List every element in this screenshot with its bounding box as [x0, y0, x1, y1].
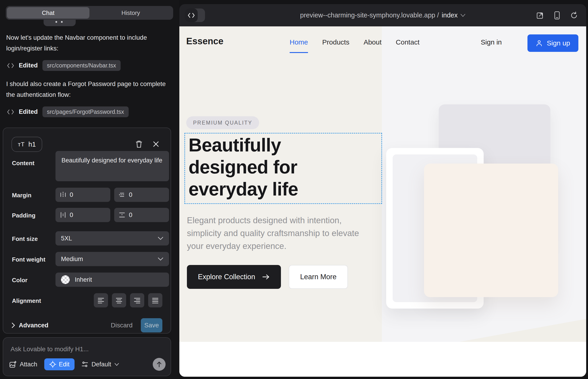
- tab-history[interactable]: History: [90, 7, 172, 19]
- font-weight-label: Font weight: [12, 256, 46, 263]
- element-tag-pill[interactable]: тT h1: [12, 137, 42, 152]
- scrolled-out-chip: [44, 20, 76, 26]
- url-text: preview--charming-site-symphony.lovable.…: [300, 12, 439, 19]
- chat-message: I should also create a Forgot Password p…: [6, 79, 169, 100]
- chevron-down-icon: [157, 237, 164, 240]
- hero-paragraph: Elegant products designed with intention…: [187, 214, 373, 253]
- nav-link-contact[interactable]: Contact: [396, 38, 419, 46]
- align-left-button[interactable]: [94, 293, 108, 307]
- refresh-button[interactable]: [570, 12, 578, 19]
- font-size-label: Font size: [12, 235, 38, 242]
- color-swatch: [61, 275, 70, 284]
- file-chip[interactable]: src/pages/ForgotPassword.tsx: [42, 107, 129, 117]
- margin-x-icon: [60, 191, 66, 198]
- edited-label: Edited: [19, 108, 38, 115]
- prompt-box: Ask Lovable to modify H1... Attach Edit …: [3, 337, 171, 376]
- default-mode-button[interactable]: Default: [81, 361, 119, 368]
- chevron-down-icon: [157, 257, 164, 261]
- target-icon: [49, 361, 56, 368]
- prompt-input[interactable]: Ask Lovable to modify H1...: [11, 346, 89, 353]
- chevron-down-icon: [114, 363, 119, 366]
- tab-chat[interactable]: Chat: [7, 7, 90, 19]
- decorative-card-cream: [424, 164, 558, 297]
- padding-label: Padding: [12, 212, 35, 219]
- site-navbar: Essence Home Products About Contact Sign…: [179, 26, 586, 60]
- hero-heading[interactable]: Beautifully designed for everyday life: [188, 134, 335, 200]
- padding-x-icon: [60, 212, 66, 218]
- code-icon: [187, 12, 195, 18]
- send-button[interactable]: [153, 358, 166, 371]
- font-weight-select[interactable]: Medium: [56, 252, 169, 266]
- margin-y-input[interactable]: 0: [114, 188, 169, 202]
- close-panel-button[interactable]: [150, 139, 161, 150]
- decorative-wedge: [382, 319, 586, 342]
- element-editor-panel: тT h1 Content Beautifully designed for e…: [3, 127, 171, 333]
- user-icon: [536, 40, 542, 47]
- site-preview: Essence Home Products About Contact Sign…: [179, 26, 586, 377]
- url-bar[interactable]: preview--charming-site-symphony.lovable.…: [300, 4, 465, 26]
- code-icon: [7, 63, 14, 69]
- element-tag-label: h1: [29, 141, 36, 148]
- align-right-button[interactable]: [130, 293, 144, 307]
- align-left-icon: [97, 297, 104, 303]
- refresh-icon: [570, 12, 578, 19]
- content-label: Content: [12, 160, 34, 167]
- delete-element-button[interactable]: [134, 139, 144, 150]
- edited-label: Edited: [19, 62, 38, 69]
- external-link-icon: [536, 12, 544, 19]
- site-logo[interactable]: Essence: [186, 36, 223, 46]
- explore-collection-button[interactable]: Explore Collection: [187, 265, 281, 289]
- browser-topbar: preview--charming-site-symphony.lovable.…: [179, 4, 586, 26]
- learn-more-button[interactable]: Learn More: [289, 265, 348, 289]
- margin-y-icon: [119, 192, 125, 198]
- preview-browser-frame: preview--charming-site-symphony.lovable.…: [179, 4, 586, 377]
- color-label: Color: [12, 277, 28, 284]
- code-preview-toggle[interactable]: [185, 8, 205, 22]
- arrow-right-icon: [262, 274, 270, 280]
- mobile-icon: [554, 11, 560, 19]
- attach-image-icon: [9, 361, 16, 368]
- file-chip[interactable]: src/components/Navbar.tsx: [42, 60, 121, 71]
- sign-up-button[interactable]: Sign up: [527, 34, 578, 52]
- alignment-label: Alignment: [12, 297, 41, 304]
- type-icon: тT: [18, 141, 25, 148]
- premium-badge: PREMIUM QUALITY: [186, 116, 259, 129]
- content-textarea[interactable]: Beautifully designed for everyday life: [56, 151, 169, 181]
- sliders-icon: [81, 361, 88, 368]
- nav-link-products[interactable]: Products: [322, 38, 349, 46]
- close-icon: [153, 141, 159, 147]
- chat-message: Now let's update the Navbar component to…: [6, 32, 169, 54]
- mobile-preview-button[interactable]: [554, 11, 560, 19]
- color-select[interactable]: Inherit: [56, 272, 169, 287]
- discard-button[interactable]: Discard: [111, 322, 133, 329]
- align-justify-icon: [152, 297, 159, 303]
- align-justify-button[interactable]: [148, 293, 162, 307]
- margin-label: Margin: [12, 192, 31, 199]
- align-right-icon: [134, 297, 140, 303]
- font-size-select[interactable]: 5XL: [56, 231, 169, 245]
- align-center-button[interactable]: [112, 293, 126, 307]
- section-below-hero: [179, 342, 586, 377]
- nav-link-about[interactable]: About: [363, 38, 381, 46]
- sign-in-link[interactable]: Sign in: [481, 38, 502, 46]
- chevron-down-icon: [460, 14, 465, 17]
- trash-icon: [136, 140, 142, 148]
- margin-x-input[interactable]: 0: [56, 188, 110, 202]
- edit-mode-button[interactable]: Edit: [44, 358, 75, 370]
- nav-link-home[interactable]: Home: [290, 38, 308, 46]
- attach-button[interactable]: Attach: [9, 361, 37, 368]
- sidebar-tabs: Chat History: [6, 6, 173, 20]
- chat-sidebar: Chat History Now let's update the Navbar…: [0, 0, 179, 379]
- edited-file-row: Edited src/pages/ForgotPassword.tsx: [7, 107, 129, 117]
- code-icon: [7, 109, 14, 115]
- align-center-icon: [116, 297, 123, 303]
- selection-outline: Beautifully designed for everyday life: [184, 133, 382, 204]
- open-external-button[interactable]: [536, 12, 544, 19]
- padding-x-input[interactable]: 0: [56, 208, 110, 222]
- save-button[interactable]: Save: [141, 318, 162, 332]
- advanced-toggle[interactable]: Advanced: [12, 322, 48, 329]
- url-page-name: index: [442, 12, 458, 19]
- chevron-right-icon: [12, 322, 15, 328]
- padding-y-icon: [119, 212, 125, 218]
- padding-y-input[interactable]: 0: [114, 208, 169, 222]
